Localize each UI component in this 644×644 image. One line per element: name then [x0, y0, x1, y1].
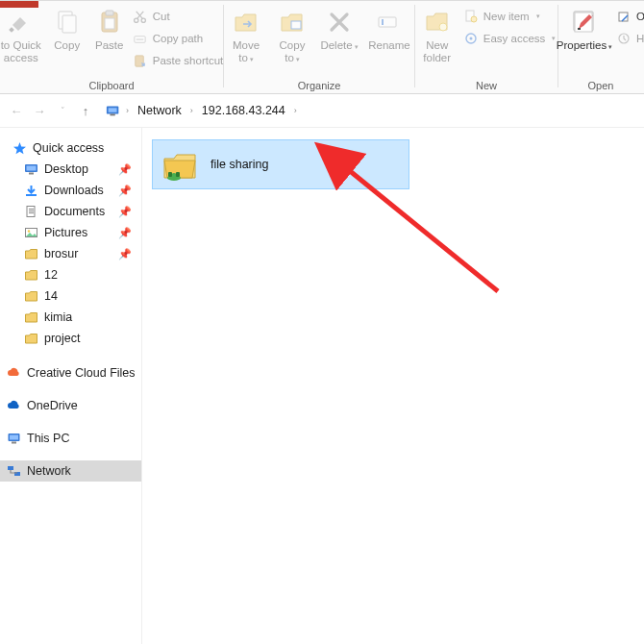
sidebar-item-label: This PC	[27, 432, 69, 445]
cut-label: Cut	[153, 11, 170, 22]
svg-point-14	[439, 23, 447, 31]
paste-button[interactable]: Paste	[88, 5, 131, 52]
svg-rect-41	[10, 434, 18, 439]
shared-folder-item[interactable]: file sharing	[152, 139, 409, 189]
pin-icon: 📌	[118, 163, 132, 176]
sidebar-item-onedrive[interactable]: OneDrive	[0, 395, 141, 416]
navigation-pane: Quick access Desktop 📌 Downloads 📌 Docum…	[0, 128, 142, 644]
svg-point-18	[469, 37, 472, 40]
paste-shortcut-icon	[133, 53, 148, 68]
svg-rect-29	[110, 114, 114, 116]
move-to-label: Move to▾	[225, 39, 267, 65]
sidebar-item-network[interactable]: Network	[0, 460, 141, 482]
body: Quick access Desktop 📌 Downloads 📌 Docum…	[0, 128, 644, 644]
sidebar-item-project[interactable]: project	[0, 328, 141, 349]
copy-path-label: Copy path	[153, 33, 203, 44]
sidebar-item-label: Desktop	[44, 162, 88, 176]
recent-button[interactable]: ˅	[52, 100, 73, 121]
pin-to-quick-access-button[interactable]: to Quick access	[0, 5, 46, 64]
new-folder-button[interactable]: New folder	[413, 5, 461, 64]
sidebar-item-pictures[interactable]: Pictures 📌	[0, 222, 141, 243]
copy-icon	[52, 7, 83, 37]
star-icon	[12, 140, 27, 156]
breadcrumb-network[interactable]: Network	[134, 102, 186, 119]
paste-shortcut-label: Paste shortcut	[153, 55, 224, 66]
location-icon	[106, 103, 121, 118]
o-label: O	[636, 11, 644, 22]
sidebar-item-label: kimia	[44, 310, 72, 324]
svg-point-39	[27, 230, 29, 232]
quick-access-group: Quick access Desktop 📌 Downloads 📌 Docum…	[0, 137, 141, 349]
forward-button[interactable]: →	[29, 100, 50, 121]
svg-rect-28	[109, 108, 117, 111]
sidebar-item-label: 12	[44, 268, 58, 282]
ribbon: to Quick access Copy Paste	[0, 1, 644, 94]
copy-to-button[interactable]: Copy to▾	[269, 5, 315, 65]
rename-label: Rename	[368, 39, 409, 52]
sidebar-item-label: OneDrive	[27, 399, 78, 412]
new-group-title: New	[415, 77, 557, 94]
ribbon-group-new: New folder New item▾ Easy access▾	[415, 3, 557, 94]
sidebar-item-kimia[interactable]: kimia	[0, 307, 141, 328]
move-to-button[interactable]: Move to▾	[223, 5, 269, 65]
svg-rect-12	[379, 17, 396, 27]
delete-button[interactable]: Delete▾	[315, 5, 363, 53]
move-to-icon	[231, 7, 261, 37]
pin-icon: 📌	[118, 185, 132, 197]
chevron-icon[interactable]: ›	[294, 106, 297, 115]
paste-label: Paste	[95, 39, 123, 52]
sidebar-item-brosur[interactable]: brosur 📌	[0, 243, 141, 264]
folder-icon	[23, 267, 38, 283]
svg-point-16	[471, 16, 477, 22]
up-button[interactable]: ↑	[75, 100, 96, 121]
svg-rect-42	[12, 441, 16, 443]
sidebar-item-desktop[interactable]: Desktop 📌	[0, 159, 141, 180]
quick-access-header[interactable]: Quick access	[0, 137, 141, 159]
sidebar-item-creative-cloud[interactable]: Creative Cloud Files	[0, 362, 141, 384]
paste-shortcut-button[interactable]: Paste shortcut	[133, 51, 224, 70]
quick-access-label: Quick access	[33, 141, 104, 155]
new-small-actions: New item▾ Easy access▾	[461, 5, 560, 48]
desktop-icon	[23, 161, 38, 177]
copy-to-icon	[277, 7, 308, 37]
back-button[interactable]: ←	[6, 100, 27, 121]
svg-rect-43	[8, 466, 13, 470]
new-item-icon	[463, 9, 479, 24]
sidebar-item-downloads[interactable]: Downloads 📌	[0, 180, 141, 201]
svg-rect-32	[29, 172, 34, 174]
sidebar-item-this-pc[interactable]: This PC	[0, 428, 141, 449]
svg-rect-11	[291, 21, 301, 29]
open-edit-o[interactable]: O	[616, 7, 644, 26]
copy-button[interactable]: Copy	[46, 5, 88, 52]
folder-icon	[23, 310, 38, 325]
folder-icon	[23, 331, 38, 346]
rename-icon	[374, 7, 405, 37]
folder-label: file sharing	[211, 158, 268, 171]
open-edit-h[interactable]: H	[616, 29, 644, 48]
paste-icon	[94, 7, 125, 37]
copy-path-button[interactable]: Copy path	[133, 29, 224, 48]
properties-button[interactable]: Properties▾	[553, 5, 616, 53]
svg-rect-10	[136, 55, 143, 65]
sidebar-item-14[interactable]: 14	[0, 285, 141, 307]
explorer-window: to Quick access Copy Paste	[0, 0, 644, 644]
sidebar-item-12[interactable]: 12	[0, 264, 141, 285]
shared-folder-icon	[161, 147, 195, 182]
svg-rect-31	[26, 165, 36, 170]
svg-rect-35	[29, 209, 34, 210]
sidebar-item-documents[interactable]: Documents 📌	[0, 201, 141, 222]
chevron-icon[interactable]: ›	[126, 106, 129, 115]
pin-icon	[6, 7, 37, 37]
breadcrumb-ip[interactable]: 192.168.43.244	[198, 102, 289, 119]
easy-access-button[interactable]: Easy access▾	[463, 29, 557, 48]
chevron-icon[interactable]: ›	[190, 106, 193, 115]
cut-button[interactable]: Cut	[133, 7, 224, 26]
new-item-button[interactable]: New item▾	[463, 7, 557, 26]
svg-rect-0	[9, 27, 14, 33]
delete-label: Delete▾	[320, 39, 358, 53]
ribbon-group-open: Properties▾ O H	[558, 3, 643, 94]
pin-icon: 📌	[118, 206, 132, 218]
open-icon	[616, 9, 632, 24]
clipboard-group-title: Clipboard	[0, 77, 223, 94]
sidebar-item-label: Creative Cloud Files	[27, 366, 136, 380]
